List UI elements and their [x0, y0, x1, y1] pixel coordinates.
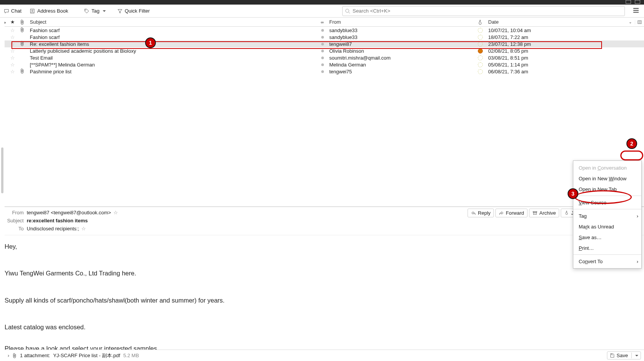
message-row[interactable]: ☆Latterly publicised academic positions … — [0, 47, 644, 54]
junk-status-icon — [478, 62, 483, 67]
star-cell[interactable]: ☆ — [8, 55, 17, 61]
date-cell: 10/07/21, 10:04 am — [486, 28, 644, 33]
svg-point-1 — [32, 10, 33, 11]
submenu-arrow-icon: › — [637, 259, 638, 264]
col-from[interactable]: From — [327, 19, 474, 25]
address-book-label: Address Book — [37, 8, 68, 14]
window-control-icon[interactable] — [635, 0, 640, 4]
star-cell[interactable]: ☆ — [8, 34, 17, 40]
star-outline-icon: ☆ — [10, 28, 15, 33]
message-row[interactable]: ☆[**SPAM?**] Melinda GermanMelinda Germa… — [0, 61, 644, 68]
submenu-arrow-icon: › — [637, 213, 638, 219]
read-cell[interactable] — [318, 70, 327, 73]
read-cell[interactable] — [318, 63, 327, 66]
menu-convert-to[interactable]: Convert To › — [573, 256, 641, 267]
date-text: 05/08/21, 1:14 pm — [488, 62, 528, 68]
subject-text: Fashion scarf — [30, 34, 60, 40]
message-row[interactable]: ☆Test Emailsoumitri.mishra@qmail.com 03/… — [0, 54, 644, 61]
search-icon — [345, 8, 350, 14]
from-cell: sandyblue33 — [327, 34, 474, 40]
message-list[interactable]: ☆Fashion scarfsandyblue3310/07/21, 10:04… — [0, 27, 644, 141]
col-picker[interactable] — [635, 20, 644, 24]
date-cell: 03/08/21, 8:51 pm — [486, 55, 644, 61]
attachment-size: 5.2 MB — [123, 353, 139, 358]
annotation-ring-2 — [620, 151, 643, 160]
menu-mark-unread[interactable]: Mark as Unread — [573, 221, 641, 232]
main-toolbar: Chat Address Book Tag Quick Filter — [0, 5, 644, 18]
read-cell[interactable] — [318, 43, 327, 45]
junk-cell[interactable] — [474, 62, 486, 67]
message-row[interactable]: ☆Fashion scarfsandyblue3318/07/21, 7:22 … — [0, 34, 644, 40]
subject-cell: Fashion scarf — [28, 28, 318, 33]
annotation-badge-1: 1 — [145, 37, 156, 48]
scrollbar-thumb[interactable] — [1, 147, 3, 193]
junk-cell[interactable] — [474, 49, 486, 53]
chevron-right-icon[interactable]: › — [8, 353, 9, 358]
star-icon: ★ — [10, 19, 15, 25]
col-attach[interactable] — [17, 19, 28, 25]
menu-save-as[interactable]: Save as… — [573, 232, 641, 243]
col-read[interactable]: ∞ — [318, 20, 327, 24]
star-contact-icon[interactable]: ☆ — [81, 226, 86, 231]
save-attachment-button[interactable]: Save — [607, 351, 641, 359]
archive-button[interactable]: Archive — [529, 209, 559, 217]
quick-filter-button[interactable]: Quick Filter — [116, 7, 151, 15]
forward-button[interactable]: Forward — [495, 209, 527, 217]
tag-button[interactable]: Tag — [83, 7, 107, 15]
reply-button[interactable]: Reply — [468, 209, 494, 217]
junk-cell[interactable] — [474, 69, 486, 74]
star-contact-icon[interactable]: ☆ — [113, 210, 118, 215]
message-row[interactable]: ☆Pashmine price listtengwei7506/08/21, 7… — [0, 68, 644, 75]
menu-open-in-new-tab[interactable]: Open in New Tab — [573, 184, 641, 194]
chat-button[interactable]: Chat — [2, 7, 23, 15]
junk-status-icon — [478, 28, 483, 33]
search-input[interactable] — [342, 6, 625, 16]
col-subject[interactable]: Subject — [28, 19, 318, 25]
date-cell: 06/08/21, 7:36 am — [486, 69, 644, 74]
col-star[interactable]: ★ — [8, 19, 17, 25]
menu-view-source[interactable]: View Source — [573, 197, 641, 208]
date-cell: 05/08/21, 1:14 pm — [486, 62, 644, 68]
col-date[interactable]: Date — [486, 19, 626, 25]
star-outline-icon: ☆ — [10, 34, 15, 40]
read-dot-icon — [321, 57, 324, 59]
app-root: Chat Address Book Tag Quick Filter ↳ ★ S… — [0, 0, 644, 361]
col-junk[interactable] — [474, 19, 486, 25]
star-cell[interactable]: ☆ — [8, 62, 17, 68]
junk-cell[interactable] — [474, 42, 486, 47]
read-cell[interactable] — [318, 50, 327, 52]
address-book-button[interactable]: Address Book — [28, 7, 70, 15]
paperclip-icon — [20, 27, 24, 34]
menu-print[interactable]: Print… — [573, 243, 641, 253]
subject-text: Fashion scarf — [30, 28, 60, 33]
col-sort-indicator[interactable]: ⌄ — [626, 20, 635, 24]
from-text: sandyblue33 — [329, 28, 358, 33]
junk-cell[interactable] — [474, 55, 486, 60]
read-dot-icon — [321, 43, 324, 45]
from-cell: Melinda German — [327, 62, 474, 68]
menu-tag[interactable]: Tag› — [573, 210, 641, 221]
star-cell[interactable]: ☆ — [8, 69, 17, 74]
from-cell: tengwei87 — [327, 41, 474, 47]
message-row[interactable]: ☆Re: excellent fashion itemstengwei8723/… — [0, 40, 644, 47]
tag-label: Tag — [91, 8, 99, 14]
chevron-down-icon: ⌄ — [629, 20, 632, 24]
menu-open-in-new-window[interactable]: Open in New Window — [573, 173, 641, 184]
junk-cell[interactable] — [474, 28, 486, 33]
save-dropdown-toggle[interactable] — [631, 353, 638, 358]
star-cell[interactable]: ☆ — [8, 41, 17, 47]
star-cell[interactable]: ☆ — [8, 28, 17, 33]
read-cell[interactable] — [318, 36, 327, 39]
date-cell: 23/07/21, 12:38 pm — [486, 41, 644, 47]
read-cell[interactable] — [318, 29, 327, 32]
col-date-label: Date — [488, 19, 498, 25]
attachment-name[interactable]: YJ-SCARF Price list - 副本.pdf — [53, 352, 120, 359]
junk-cell[interactable] — [474, 35, 486, 40]
star-cell[interactable]: ☆ — [8, 48, 17, 54]
read-cell[interactable] — [318, 57, 327, 59]
app-menu-button[interactable] — [630, 7, 642, 15]
message-row[interactable]: ☆Fashion scarfsandyblue3310/07/21, 10:04… — [0, 27, 644, 34]
subject-cell: [**SPAM?**] Melinda German — [28, 62, 318, 68]
tag-icon — [84, 8, 89, 14]
window-control-icon[interactable] — [626, 0, 631, 4]
